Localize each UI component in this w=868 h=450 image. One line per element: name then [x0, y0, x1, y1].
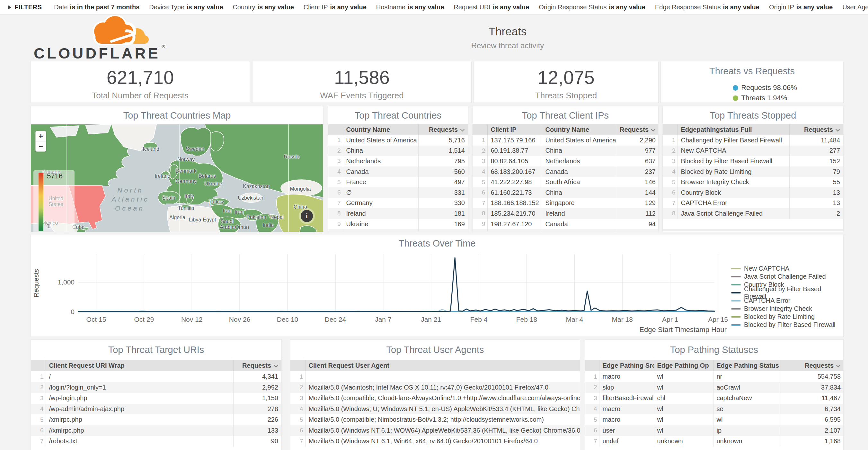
table-cell: 331: [418, 187, 468, 198]
table-cell: 181: [418, 208, 468, 219]
column-header-label: Edge Pathing Src: [603, 362, 654, 369]
filter-item[interactable]: Device Typeis any value: [149, 3, 223, 10]
table-cell: Netherlands: [343, 156, 418, 167]
row-number: 7: [472, 198, 487, 209]
kpi-card: 11,586WAF Events Triggered: [252, 61, 472, 103]
filter-label: Device Type: [149, 3, 184, 10]
row-number: 3: [290, 393, 305, 404]
filter-value: is any value: [187, 3, 223, 10]
column-header[interactable]: Requests: [789, 124, 843, 135]
svg-text:Jan 7: Jan 7: [375, 316, 391, 323]
table-row: 5macrowlwl6,595: [585, 414, 843, 425]
filter-item[interactable]: Origin Response Statusis any value: [539, 3, 645, 10]
cloudflare-cloud-icon: CLOUDFLARE ®: [34, 15, 169, 62]
table-cell: 94: [616, 219, 658, 230]
table-scroll-area: Client Request User Agent12Mozilla/5.0 (…: [290, 360, 580, 450]
column-header[interactable]: Requests: [233, 360, 281, 371]
table-row: 5Browser Integrity Check55: [663, 177, 843, 187]
column-header[interactable]: Requests: [418, 124, 468, 135]
column-header[interactable]: Edge Pathing Status: [713, 360, 781, 371]
table-cell: 112: [616, 208, 658, 219]
panel-title: Top Threats Stopped: [663, 107, 843, 124]
map-zoom-out-button[interactable]: −: [36, 142, 46, 151]
table-scroll-area: Edge Pathing SrcEdge Pathing OpEdge Path…: [585, 360, 843, 450]
column-header-label: Country Name: [346, 126, 390, 133]
row-number: 5: [290, 414, 305, 425]
table-cell: Singapore: [343, 229, 418, 232]
table-cell: macro: [599, 371, 654, 382]
filter-item[interactable]: Client IPis any value: [304, 3, 367, 10]
svg-text:Jan 21: Jan 21: [421, 316, 441, 323]
filter-value: is in the past 7 months: [70, 3, 140, 10]
column-header[interactable]: Edge Pathing Src: [599, 360, 654, 371]
table-cell: 2,107: [781, 425, 843, 436]
table-cell: 129: [616, 198, 658, 209]
table-row: 10Singapore158: [328, 229, 468, 232]
row-number: 9: [328, 219, 343, 230]
column-header[interactable]: Country Name: [343, 124, 418, 135]
country-label: Mongolia: [290, 186, 311, 192]
row-number: 2: [663, 146, 678, 156]
column-header[interactable]: Client IP: [487, 124, 542, 135]
series-line: [79, 258, 714, 312]
svg-text:Oct 15: Oct 15: [86, 316, 106, 323]
column-header[interactable]: Requests: [616, 124, 658, 135]
filter-item[interactable]: User Agentis any value: [842, 3, 868, 10]
panel-title: Top Pathing Statuses: [585, 340, 843, 360]
row-number: 8: [663, 208, 678, 219]
table-cell: 277: [789, 146, 843, 156]
country-label: Kazakhstan: [243, 183, 270, 189]
column-header[interactable]: Client Request URI Wrap: [45, 360, 233, 371]
column-header-label: Requests: [804, 126, 833, 133]
table-row: 3/wp-login.php1,150: [31, 393, 281, 404]
filters-toggle[interactable]: FILTERS: [8, 3, 42, 11]
filter-item[interactable]: Origin IPis any value: [769, 3, 833, 10]
row-number: 4: [663, 167, 678, 177]
map-color-legend: 5716 1: [33, 170, 74, 232]
table-cell: /xmlrpc.php: [45, 414, 233, 425]
column-header-label: Edge Pathing Status: [717, 362, 779, 369]
country-label: China: [293, 204, 307, 210]
map-zoom-in-button[interactable]: +: [36, 131, 46, 142]
filter-item[interactable]: Edge Response Statusis any value: [655, 3, 760, 10]
row-number-header: [472, 124, 487, 135]
table-cell: Netherlands: [542, 156, 616, 167]
table-cell: 68.183.200.167: [487, 167, 542, 177]
panel-title: Top Threat Target URIs: [31, 340, 281, 360]
table-cell: 61.160.221.73: [487, 187, 542, 198]
country-label: Spain: [162, 195, 176, 201]
country-label: Nepal: [270, 214, 284, 220]
data-table: Country NameRequests1United States of Am…: [328, 124, 468, 232]
table-cell: Challenged by Filter Based Firewall: [678, 135, 789, 146]
column-header[interactable]: Client Request User Agent: [305, 360, 580, 371]
column-header[interactable]: Edgepathingstatus Full: [678, 124, 789, 135]
table-row: 5Mozilla/5.0 (compatible; Nimbostratus-B…: [290, 414, 580, 425]
table-cell: Mozilla/5.0 (compatible; Nimbostratus-Bo…: [305, 414, 580, 425]
table-row: 6Mozilla/5.0 (Windows NT 6.1; WOW64) App…: [290, 425, 580, 436]
table-cell: 1,514: [418, 146, 468, 156]
svg-text:1,000: 1,000: [58, 278, 74, 286]
filter-item[interactable]: Request URIis any value: [454, 3, 529, 10]
filter-item[interactable]: Dateis in the past 7 months: [54, 3, 140, 10]
panel-title: Top Threat Countries: [328, 107, 468, 124]
table-cell: 330: [418, 198, 468, 209]
column-header-label: Requests: [805, 362, 834, 369]
country-label: Belarus: [198, 173, 216, 179]
column-header[interactable]: Country Name: [542, 124, 616, 135]
table-cell: France: [343, 177, 418, 187]
row-number: 4: [585, 404, 599, 415]
filter-item[interactable]: Hostnameis any value: [376, 3, 444, 10]
filter-label: User Agent: [842, 3, 868, 10]
column-header[interactable]: Requests: [781, 360, 843, 371]
svg-text:Nov 12: Nov 12: [181, 316, 203, 323]
row-number: 5: [31, 414, 45, 425]
filter-items: Dateis in the past 7 monthsDevice Typeis…: [54, 3, 868, 11]
stopped-panel: Top Threats StoppedEdgepathingstatus Ful…: [662, 106, 844, 232]
map-info-button[interactable]: i: [301, 210, 313, 222]
world-map[interactable]: CanadaUnitedStatesMexicoCubaIcelandSwede…: [31, 124, 323, 232]
row-number: 7: [328, 198, 343, 209]
table-row: 3Blocked by Filter Based Firewall152: [663, 156, 843, 167]
column-header[interactable]: Edge Pathing Op: [654, 360, 713, 371]
filter-item[interactable]: Countryis any value: [232, 3, 293, 10]
column-header-label: Edge Pathing Op: [657, 362, 709, 369]
